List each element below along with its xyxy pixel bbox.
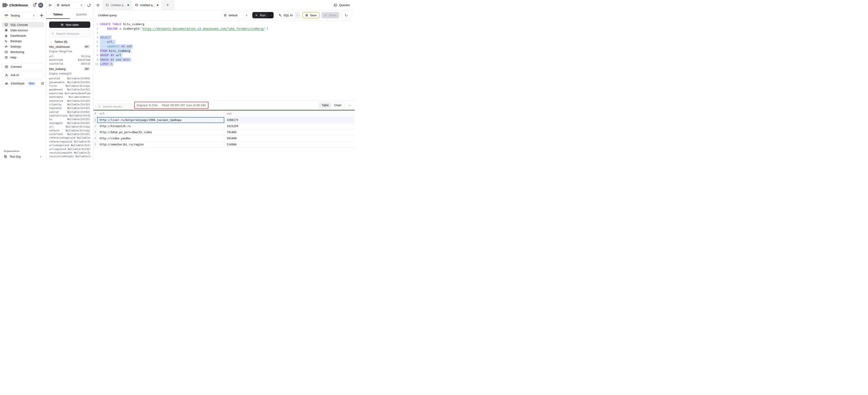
column-row[interactable]: counterclassNullable(Int32)	[49, 114, 90, 117]
database-name: default	[61, 3, 78, 7]
view-table-button[interactable]: Table	[319, 103, 332, 108]
column-row[interactable]: useragentNullable(Int32)	[49, 121, 90, 125]
column-row[interactable]: resolutionheightNullable(In	[49, 155, 90, 158]
column-row[interactable]: counteridUInt32	[49, 62, 90, 66]
user-avatar[interactable]: DT	[38, 3, 43, 8]
column-row[interactable]: refererregionidNullable(Int	[49, 140, 90, 144]
tab-queries[interactable]: Queries	[70, 10, 93, 19]
sidebar-item-backups[interactable]: Backups	[2, 38, 44, 44]
column-row[interactable]: eventtimeDateTime	[49, 58, 90, 62]
column-row[interactable]: urlregionidNullable(Int32)	[49, 147, 90, 151]
column-row[interactable]: goodeventNullable(Int32)	[49, 88, 90, 91]
column-row[interactable]: urlString	[49, 55, 90, 58]
column-row[interactable]: refererNullable(String)	[49, 129, 90, 133]
database-selector[interactable]: default	[54, 2, 85, 8]
results-more-button[interactable]	[348, 104, 352, 107]
search-results-box[interactable]	[96, 104, 133, 110]
view-chart-button[interactable]: Chart	[332, 103, 344, 108]
refresh-icon[interactable]	[87, 3, 91, 7]
home-button[interactable]	[93, 0, 103, 10]
row-index[interactable]: 5	[93, 142, 97, 147]
query-tab-2[interactable]: Untitled q...	[132, 0, 161, 10]
cell-cnt[interactable]: 791465	[224, 129, 355, 135]
cell-cnt[interactable]: 582400	[224, 136, 355, 141]
save-button[interactable]: Save	[302, 12, 320, 18]
sidebar-item-dashboards[interactable]: Dashboards	[2, 33, 44, 38]
share-button[interactable]: Share	[321, 12, 339, 18]
column-row[interactable]: useridNullable(Int64)	[49, 110, 90, 114]
sidebar-item-settings[interactable]: Settings	[2, 44, 44, 49]
organization-switcher[interactable]: Test Org	[3, 155, 43, 158]
sidebar-item-monitoring[interactable]: Monitoring	[2, 49, 44, 55]
table-item-hits-clickhouse[interactable]: hits_clickhouseMT	[49, 45, 90, 49]
action-connect-button[interactable]: Connect	[2, 63, 44, 70]
collapse-sidebar-button[interactable]	[48, 3, 53, 7]
search-resources-box[interactable]	[49, 31, 90, 37]
column-row[interactable]: counteridNullable(Int32)	[49, 99, 90, 103]
notifications-bell-icon[interactable]	[32, 3, 36, 7]
action-clickstack-button[interactable]: ClickStackBeta	[2, 80, 44, 87]
col-header-cnt[interactable]: cnt	[224, 111, 355, 117]
column-row[interactable]: resolutionwidthNullable(Int	[49, 151, 90, 155]
token-kw: CREATE TABLE	[100, 22, 121, 26]
cell-url[interactable]: http://smeshariki.ru/region	[97, 142, 224, 147]
query-tab-1[interactable]: Untitled q...	[103, 0, 132, 10]
column-row[interactable]: osNullable(Int32)	[49, 117, 90, 121]
add-service-button[interactable]	[39, 13, 44, 18]
cell-cnt[interactable]: 1625250	[224, 123, 355, 129]
row-index[interactable]: 1	[93, 117, 97, 123]
column-row[interactable]: urlNullable(String)	[49, 125, 90, 129]
column-row[interactable]: clientipNullable(Int32)	[49, 103, 90, 107]
col-header-index[interactable]: #	[93, 111, 97, 117]
token-fn: count	[107, 45, 116, 48]
column-row[interactable]: urlcategoryidNullable(Int32	[49, 144, 90, 147]
line-content: FROM·hits_iceberg	[100, 49, 131, 53]
sidebar-item-sql-console[interactable]: SQL Console	[2, 22, 44, 27]
cell-url[interactable]: http://video.yandex	[97, 136, 224, 141]
queries-button[interactable]: Queries	[334, 0, 350, 10]
run-button[interactable]: Run	[252, 12, 268, 18]
tables-group-header[interactable]: Tables (5)	[50, 40, 90, 44]
sql-editor[interactable]: 1CREATE TABLE hits_iceberg2 ENGINE = Ice…	[93, 20, 355, 100]
query-history-button[interactable]	[341, 12, 352, 18]
sidebar-item-label: Dashboards	[10, 34, 26, 37]
cell-cnt[interactable]: 3288173	[224, 117, 355, 123]
column-row[interactable]: isrefreshNullable(Int32)	[49, 133, 90, 136]
row-index[interactable]: 2	[93, 123, 97, 129]
sql-ai-options-button[interactable]	[295, 12, 300, 18]
column-row[interactable]: referercategoryidNullable(I	[49, 136, 90, 140]
table-item-hits-iceberg[interactable]: hits_icebergIS3	[49, 67, 90, 70]
cell-url[interactable]: http://bdsm_po_yers=0&with_video	[97, 129, 224, 135]
line-number: 6	[93, 44, 98, 49]
col-header-url[interactable]: url	[97, 111, 224, 117]
resources-tabs: Tables Queries	[46, 10, 93, 19]
table-icon	[61, 23, 64, 26]
run-database-selector[interactable]: default	[221, 12, 250, 18]
row-index[interactable]: 3	[93, 129, 97, 135]
column-row[interactable]: eventdateNullable(Date)	[49, 95, 90, 99]
new-tab-button[interactable]	[161, 0, 174, 10]
line-number: 1	[93, 22, 98, 27]
tab-tables[interactable]: Tables	[46, 10, 70, 19]
new-table-button[interactable]: New table	[49, 22, 90, 28]
search-resources-input[interactable]	[56, 32, 88, 35]
column-row[interactable]: eventtimeNullable(DateTime6	[49, 92, 90, 95]
column-row[interactable]: watchidNullable(Int64)	[49, 77, 90, 80]
query-title[interactable]: Untitled query	[98, 13, 219, 17]
column-row[interactable]: regionidNullable(Int32)	[49, 107, 90, 110]
sidebar-item-help[interactable]: Help	[2, 55, 44, 60]
cell-url[interactable]: http://liver.ru/belgorod/page/1006.jки/д…	[97, 117, 224, 123]
search-results-input[interactable]	[103, 105, 130, 108]
cell-cnt[interactable]: 514984	[224, 142, 355, 147]
cell-url[interactable]: http://kinopoisk.ru	[97, 123, 224, 129]
column-row[interactable]: titleNullable(String)	[49, 84, 90, 88]
run-options-button[interactable]	[268, 12, 274, 18]
column-row[interactable]: javaenableNullable(Int32)	[49, 81, 90, 84]
environment-selector[interactable]: aws Testing	[2, 12, 37, 19]
column-type: Nullable(Date)	[69, 95, 90, 99]
row-index[interactable]: 4	[93, 136, 97, 141]
sql-ai-button[interactable]: SQL AI	[276, 12, 295, 18]
clickhouse-logo-icon	[3, 3, 7, 7]
sidebar-item-data-sources[interactable]: Data sources	[2, 27, 44, 33]
action-ask-ai-button[interactable]: Ask AI	[2, 72, 44, 78]
